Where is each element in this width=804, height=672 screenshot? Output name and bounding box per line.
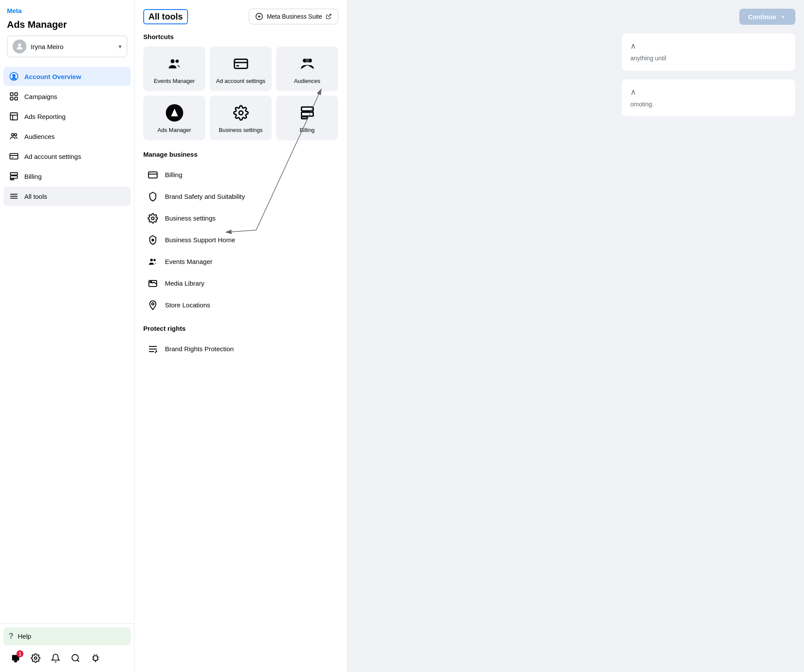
sidebar-item-audiences[interactable]: Audiences [3, 127, 131, 146]
user-selector[interactable]: Iryna Meiro ▾ [7, 36, 127, 57]
sidebar-item-account-overview[interactable]: Account Overview [3, 67, 131, 86]
all-tools-icon [9, 191, 19, 201]
notifications-button[interactable]: 1 [7, 649, 24, 667]
all-tools-header: All tools Meta Business Suite [143, 9, 338, 24]
sidebar-item-ad-account-settings[interactable]: Ad account settings [3, 147, 131, 166]
continue-btn-label: Continue [748, 13, 776, 20]
notification-badge: 1 [16, 650, 23, 657]
sidebar-label-billing: Billing [24, 173, 42, 180]
sidebar-label-audiences: Audiences [24, 133, 55, 140]
svg-rect-5 [15, 93, 17, 96]
shortcut-business-settings-label: Business settings [219, 127, 263, 134]
user-name: Iryna Meiro [31, 43, 114, 50]
shortcut-audiences[interactable]: Audiences [276, 46, 338, 91]
protect-rights-list: Brand Rights Protection [143, 338, 338, 360]
manage-item-events-manager[interactable]: Events Manager [143, 251, 338, 273]
svg-rect-18 [10, 179, 14, 180]
shortcut-ad-account-settings[interactable]: Ad account settings [210, 46, 272, 91]
shortcut-billing[interactable]: Billing [276, 96, 338, 140]
svg-point-52 [152, 303, 154, 305]
svg-rect-34 [236, 65, 239, 66]
svg-rect-6 [10, 97, 13, 100]
manage-brand-rights-icon [147, 343, 159, 355]
ad-account-shortcut-icon [231, 54, 250, 73]
svg-rect-32 [234, 59, 247, 69]
all-tools-panel: All tools Meta Business Suite Shortcuts [135, 0, 347, 672]
svg-rect-42 [301, 112, 313, 116]
right-panel: Continue ∧ anything until ∧ omoting. [347, 0, 804, 672]
svg-point-30 [171, 59, 175, 63]
chevron-right-icon [780, 13, 787, 20]
card-text-1: anything until [630, 54, 787, 63]
manage-item-brand-safety[interactable]: Brand Safety and Suitability [143, 186, 338, 208]
sidebar-label-campaigns: Campaigns [24, 93, 57, 100]
billing-icon [9, 171, 19, 181]
svg-point-3 [12, 74, 15, 77]
shortcut-events-manager[interactable]: Events Manager [143, 46, 205, 91]
meta-business-suite-button[interactable]: Meta Business Suite [249, 9, 338, 24]
svg-rect-16 [10, 173, 18, 175]
audiences-shortcut-icon [298, 54, 317, 73]
sidebar-item-all-tools[interactable]: All tools [3, 187, 131, 206]
svg-point-46 [152, 217, 154, 220]
card-text-2: omoting. [630, 100, 787, 109]
expand-icon-2[interactable]: ∧ [630, 87, 636, 97]
business-settings-shortcut-icon [231, 103, 250, 122]
nav-list: Account Overview Campaigns [0, 65, 134, 623]
manage-label-brand-safety: Brand Safety and Suitability [165, 193, 245, 200]
manage-label-brand-rights-protection: Brand Rights Protection [165, 345, 234, 352]
sidebar-label-ads-reporting: Ads Reporting [24, 113, 66, 120]
shortcut-events-manager-label: Events Manager [154, 78, 195, 85]
sidebar-item-ads-reporting[interactable]: Ads Reporting [3, 107, 131, 126]
bug-button[interactable] [87, 649, 104, 667]
manage-media-library-icon [147, 277, 159, 290]
ad-account-settings-icon [9, 151, 19, 161]
svg-rect-7 [15, 97, 17, 100]
sidebar-item-billing[interactable]: Billing [3, 167, 131, 186]
continue-button[interactable]: Continue [739, 9, 795, 25]
svg-rect-8 [10, 113, 18, 120]
svg-point-51 [151, 281, 152, 283]
settings-button[interactable] [27, 649, 44, 667]
events-manager-icon [165, 54, 184, 73]
sidebar-item-campaigns[interactable]: Campaigns [3, 87, 131, 106]
shortcut-business-settings[interactable]: Business settings [210, 96, 272, 140]
ads-reporting-icon [9, 111, 19, 122]
card-header-1: ∧ [630, 41, 787, 51]
meta-business-suite-label: Meta Business Suite [267, 13, 322, 20]
sidebar-label-account-overview: Account Overview [24, 73, 81, 80]
manage-item-billing[interactable]: Billing [143, 164, 338, 186]
svg-point-49 [154, 259, 156, 261]
manage-business-list: Billing Brand Safety and Suitability [143, 164, 338, 316]
manage-item-brand-rights-protection[interactable]: Brand Rights Protection [143, 338, 338, 360]
help-label: Help [18, 632, 31, 640]
manage-business-support-icon [147, 234, 159, 246]
svg-point-47 [152, 239, 154, 241]
manage-brand-safety-icon [147, 191, 159, 203]
manage-label-billing: Billing [165, 171, 182, 178]
manage-item-store-locations[interactable]: Store Locations [143, 294, 338, 316]
all-tools-title: All tools [143, 9, 188, 24]
bell-button[interactable] [47, 649, 64, 667]
manage-item-business-support-home[interactable]: Business Support Home [143, 229, 338, 251]
app-title: Ads Manager [7, 17, 127, 36]
manage-label-media-library: Media Library [165, 280, 204, 287]
svg-line-29 [328, 14, 331, 17]
audiences-icon [9, 131, 19, 142]
sidebar-label-all-tools: All tools [24, 193, 47, 200]
manage-item-media-library[interactable]: Media Library [143, 273, 338, 294]
help-item[interactable]: ? Help [3, 627, 131, 645]
manage-business-settings-icon [147, 212, 159, 224]
manage-label-events-manager: Events Manager [165, 258, 212, 265]
expand-icon-1[interactable]: ∧ [630, 41, 636, 51]
sidebar-label-ad-account-settings: Ad account settings [24, 153, 81, 160]
shortcut-billing-label: Billing [300, 127, 315, 134]
shortcut-ad-account-settings-label: Ad account settings [216, 78, 265, 85]
svg-rect-44 [148, 172, 157, 178]
manage-item-business-settings[interactable]: Business settings [143, 208, 338, 229]
search-button[interactable] [67, 649, 84, 667]
svg-point-40 [239, 111, 243, 115]
bottom-icons: 1 [3, 645, 131, 669]
shortcut-ads-manager[interactable]: Ads Manager [143, 96, 205, 140]
chevron-down-icon: ▾ [119, 43, 122, 50]
